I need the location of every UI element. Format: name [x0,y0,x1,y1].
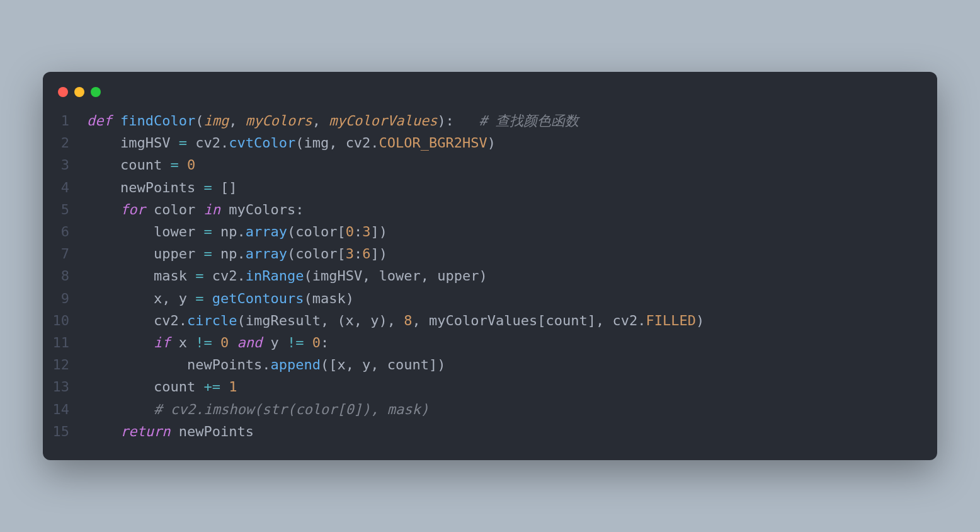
code-line[interactable]: 7 upper = np.array(color[3:6]) [43,243,937,265]
code-line[interactable]: 15 return newPoints [43,420,937,442]
code-line[interactable]: 1def findColor(img, myColors, myColorVal… [43,110,937,132]
line-number: 14 [43,398,87,420]
code-content: cv2.circle(imgResult, (x, y), 8, myColor… [87,309,704,332]
line-number: 11 [43,332,87,354]
code-content: x, y = getContours(mask) [87,287,354,309]
line-number: 2 [43,132,87,154]
line-number: 3 [43,154,87,176]
code-content: # cv2.imshow(str(color[0]), mask) [87,398,429,420]
line-number: 15 [43,420,87,442]
code-content: newPoints.append([x, y, count]) [87,354,446,376]
line-number: 12 [43,354,87,376]
line-number: 4 [43,176,87,199]
line-number: 7 [43,243,87,265]
code-window: 1def findColor(img, myColors, myColorVal… [43,72,937,460]
code-content: newPoints = [] [87,176,237,199]
line-number: 1 [43,110,87,132]
close-icon[interactable] [58,87,68,97]
code-line[interactable]: 2 imgHSV = cv2.cvtColor(img, cv2.COLOR_B… [43,132,937,154]
code-line[interactable]: 11 if x != 0 and y != 0: [43,332,937,354]
code-line[interactable]: 6 lower = np.array(color[0:3]) [43,221,937,243]
titlebar [43,87,937,110]
code-line[interactable]: 13 count += 1 [43,376,937,398]
code-content: for color in myColors: [87,199,304,221]
code-line[interactable]: 9 x, y = getContours(mask) [43,287,937,309]
code-content: def findColor(img, myColors, myColorValu… [87,110,579,132]
line-number: 10 [43,309,87,332]
code-content: count += 1 [87,376,237,398]
line-number: 8 [43,265,87,287]
maximize-icon[interactable] [91,87,101,97]
code-line[interactable]: 10 cv2.circle(imgResult, (x, y), 8, myCo… [43,309,937,332]
code-content: if x != 0 and y != 0: [87,332,329,354]
code-content: imgHSV = cv2.cvtColor(img, cv2.COLOR_BGR… [87,132,496,154]
code-line[interactable]: 3 count = 0 [43,154,937,176]
line-number: 6 [43,221,87,243]
code-content: upper = np.array(color[3:6]) [87,243,387,265]
code-line[interactable]: 14 # cv2.imshow(str(color[0]), mask) [43,398,937,420]
code-line[interactable]: 4 newPoints = [] [43,176,937,199]
code-content: mask = cv2.inRange(imgHSV, lower, upper) [87,265,487,287]
minimize-icon[interactable] [74,87,84,97]
line-number: 5 [43,199,87,221]
code-content: return newPoints [87,420,254,442]
code-content: lower = np.array(color[0:3]) [87,221,387,243]
code-line[interactable]: 8 mask = cv2.inRange(imgHSV, lower, uppe… [43,265,937,287]
line-number: 9 [43,287,87,309]
code-line[interactable]: 12 newPoints.append([x, y, count]) [43,354,937,376]
code-content: count = 0 [87,154,195,176]
code-line[interactable]: 5 for color in myColors: [43,199,937,221]
line-number: 13 [43,376,87,398]
code-editor[interactable]: 1def findColor(img, myColors, myColorVal… [43,110,937,442]
